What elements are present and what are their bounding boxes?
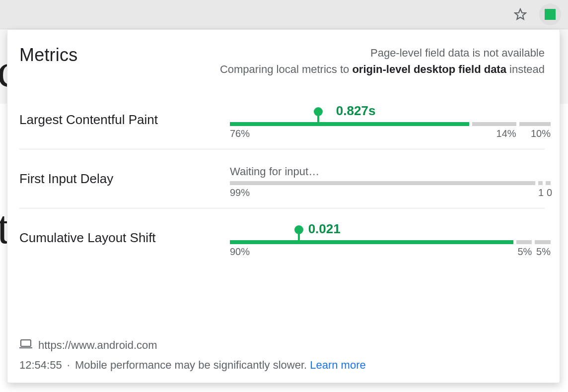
metric-bar-percent: 5% bbox=[516, 246, 532, 258]
panel-subtitle: Page-level field data is not available C… bbox=[220, 45, 545, 77]
metric-bar-percent: 99% bbox=[230, 187, 535, 198]
metric-marker bbox=[317, 112, 319, 126]
panel-title: Metrics bbox=[19, 45, 77, 65]
metric-bar-segment bbox=[472, 122, 516, 126]
metric-bar-segment bbox=[535, 240, 551, 244]
metric-bar-segment bbox=[546, 181, 551, 185]
footer-time: 12:54:55 bbox=[19, 359, 62, 371]
metric-bar-percent: 10% bbox=[519, 128, 551, 139]
metric-bar-percent: 0 bbox=[547, 187, 552, 198]
metric-name: Largest Contentful Paint bbox=[19, 112, 218, 128]
metric-bar-percent: 14% bbox=[472, 128, 516, 139]
metric-body: 0.02190%5%5% bbox=[230, 224, 545, 251]
learn-more-link[interactable]: Learn more bbox=[310, 359, 366, 371]
metric-value: 0.827s bbox=[336, 103, 376, 119]
svg-rect-1 bbox=[21, 340, 31, 346]
metric-bar-segment bbox=[230, 122, 469, 126]
browser-toolbar bbox=[0, 0, 568, 29]
metric-value: 0.021 bbox=[308, 221, 341, 237]
panel-footer: https://www.android.com 12:54:55 · Mobil… bbox=[19, 327, 545, 372]
desktop-icon bbox=[19, 339, 32, 352]
metric-bar-segment bbox=[538, 181, 543, 185]
metric-bar-segment bbox=[516, 240, 532, 244]
footer-url: https://www.android.com bbox=[38, 339, 157, 352]
metrics-list: Largest Contentful Paint0.827s76%14%10%F… bbox=[19, 106, 545, 267]
web-vitals-popup: Metrics Page-level field data is not ava… bbox=[7, 30, 560, 383]
metric-name: First Input Delay bbox=[19, 171, 218, 187]
footer-note: Mobile performance may be significantly … bbox=[75, 359, 307, 371]
metric-bar-segment bbox=[519, 122, 551, 126]
metric-row: Cumulative Layout Shift0.02190%5%5% bbox=[19, 208, 545, 267]
metric-bar-percent: 90% bbox=[230, 246, 513, 258]
svg-marker-0 bbox=[515, 9, 526, 19]
metric-bar-segment bbox=[230, 240, 513, 244]
metric-row: Largest Contentful Paint0.827s76%14%10% bbox=[19, 106, 545, 149]
bookmark-star-icon[interactable] bbox=[510, 4, 530, 24]
metric-bar-segment bbox=[230, 181, 535, 185]
metric-bar-percent: 5% bbox=[535, 246, 551, 258]
metric-body: Waiting for input…99%10 bbox=[230, 165, 545, 192]
metric-bar-percent: 1 bbox=[538, 187, 544, 198]
separator-dot: · bbox=[67, 359, 70, 371]
metric-name: Cumulative Layout Shift bbox=[19, 230, 218, 246]
extension-button[interactable] bbox=[539, 3, 561, 25]
metric-bar-percent: 76% bbox=[230, 128, 469, 139]
metric-row: First Input DelayWaiting for input…99%10 bbox=[19, 149, 545, 208]
metric-marker bbox=[298, 230, 300, 244]
metric-waiting: Waiting for input… bbox=[230, 165, 319, 178]
metric-body: 0.827s76%14%10% bbox=[230, 106, 545, 133]
extension-icon bbox=[545, 9, 556, 20]
